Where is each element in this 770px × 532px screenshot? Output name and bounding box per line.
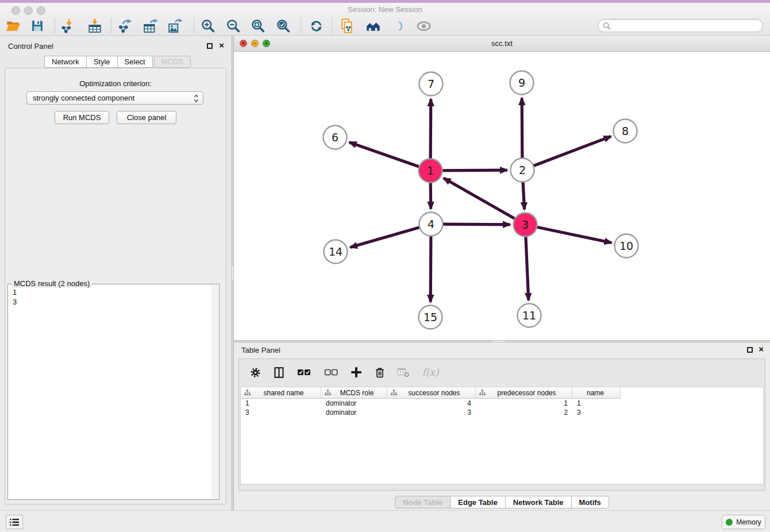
search-icon xyxy=(603,22,611,30)
import-table-button[interactable] xyxy=(86,17,103,34)
gear-icon xyxy=(249,367,261,379)
export-image-button[interactable] xyxy=(167,17,184,34)
export-table-button[interactable] xyxy=(142,17,159,34)
zoom-fit-button[interactable] xyxy=(249,17,267,34)
zoom-in-button[interactable] xyxy=(199,17,217,34)
table-cell-mcds_role[interactable]: dominator xyxy=(321,399,387,407)
list-icon xyxy=(9,518,20,527)
delete-column-button[interactable] xyxy=(373,365,387,379)
search-input[interactable] xyxy=(611,21,763,30)
table-toolbar: f(x) xyxy=(239,359,765,385)
node-table[interactable]: shared name MCDS role successor nodes pr… xyxy=(240,387,764,484)
table-row[interactable]: 1dominator411 xyxy=(241,399,763,408)
graph-node-7[interactable]: 7 xyxy=(419,72,443,96)
network-view-window: × − + scc.txt 1234678910111415 xyxy=(234,36,770,340)
graph-node-6[interactable]: 6 xyxy=(324,126,347,149)
table-panel: Table Panel × xyxy=(234,342,770,510)
graph-node-1[interactable]: 1 xyxy=(419,159,442,183)
float-panel-icon[interactable] xyxy=(747,347,753,353)
mcds-result-group: MCDS result (2 nodes) 1 3 xyxy=(7,284,220,500)
deselect-all-columns-button[interactable] xyxy=(322,365,340,379)
graph-node-11[interactable]: 11 xyxy=(518,304,541,327)
graph-node-10[interactable]: 10 xyxy=(615,234,638,258)
memory-button[interactable]: Memory xyxy=(722,515,765,529)
table-cell-predecessor_nodes[interactable]: 2 xyxy=(476,408,572,417)
table-cell-successor_nodes[interactable]: 4 xyxy=(387,399,476,407)
toolbar-search[interactable] xyxy=(598,19,763,32)
apply-layout-button[interactable] xyxy=(307,17,325,34)
import-network-icon xyxy=(60,18,75,33)
graph-edge-3-10 xyxy=(525,225,611,243)
delete-table-button[interactable] xyxy=(396,365,410,379)
table-cell-mcds_role[interactable]: dominator xyxy=(321,408,387,417)
export-network-icon xyxy=(118,18,133,33)
network-from-selection-button[interactable] xyxy=(338,17,356,34)
table-tabs: Node Table Edge Table Network Table Moti… xyxy=(234,496,770,508)
graph-node-14[interactable]: 14 xyxy=(324,240,348,264)
column-header-name[interactable]: name xyxy=(572,387,621,398)
zoom-selected-icon xyxy=(276,18,291,33)
result-scrollbar[interactable] xyxy=(212,285,218,499)
table-cell-predecessor_nodes[interactable]: 1 xyxy=(476,399,572,407)
column-header-predecessor-nodes[interactable]: predecessor nodes xyxy=(476,387,572,398)
tab-mcds[interactable]: MCDS xyxy=(154,56,191,68)
graph-node-3[interactable]: 3 xyxy=(514,213,537,237)
level-of-detail-button[interactable] xyxy=(389,17,406,34)
show-columns-button[interactable] xyxy=(272,365,286,379)
export-image-icon xyxy=(168,18,183,33)
svg-text:11: 11 xyxy=(522,309,536,322)
close-panel-button[interactable]: Close panel xyxy=(117,111,176,124)
tab-node-table[interactable]: Node Table xyxy=(395,496,451,508)
zoom-out-button[interactable] xyxy=(225,17,242,34)
criterion-dropdown[interactable]: strongly connected component xyxy=(26,91,203,105)
show-hide-panel-button[interactable] xyxy=(415,17,432,34)
toolbar-separator xyxy=(55,18,55,33)
import-network-button[interactable] xyxy=(59,17,76,34)
run-mcds-button[interactable]: Run MCDS xyxy=(55,111,109,124)
tab-network-table[interactable]: Network Table xyxy=(505,496,572,508)
svg-text:3: 3 xyxy=(522,218,529,231)
add-column-button[interactable] xyxy=(349,365,363,379)
memory-indicator xyxy=(726,519,733,526)
table-cell-shared_name[interactable]: 3 xyxy=(241,408,321,417)
float-panel-icon[interactable] xyxy=(207,43,213,49)
column-header-shared-name[interactable]: shared name xyxy=(241,387,321,398)
close-panel-icon[interactable]: × xyxy=(219,40,224,51)
export-table-icon xyxy=(143,18,158,33)
table-settings-button[interactable] xyxy=(248,365,262,379)
trash-icon xyxy=(374,367,386,379)
network-window-title: scc.txt xyxy=(234,39,770,48)
tab-network[interactable]: Network xyxy=(44,56,86,68)
network-window-titlebar[interactable]: × − + scc.txt xyxy=(234,36,770,52)
graph-node-4[interactable]: 4 xyxy=(419,213,443,236)
graph-node-2[interactable]: 2 xyxy=(511,159,534,182)
show-panels-button[interactable] xyxy=(6,515,23,529)
toolbar-separator xyxy=(301,18,301,33)
column-header-mcds-role[interactable]: MCDS role xyxy=(321,387,387,398)
graph-node-15[interactable]: 15 xyxy=(419,306,442,329)
table-row[interactable]: 3dominator323 xyxy=(241,408,763,417)
network-canvas[interactable]: 1234678910111415 xyxy=(234,52,770,340)
save-session-button[interactable] xyxy=(29,17,46,34)
svg-text:6: 6 xyxy=(332,131,338,144)
tab-edge-table[interactable]: Edge Table xyxy=(450,496,505,508)
table-cell-name[interactable]: 1 xyxy=(572,399,621,407)
tab-select[interactable]: Select xyxy=(117,56,153,68)
home-button[interactable] xyxy=(364,17,382,34)
function-builder-button[interactable]: f(x) xyxy=(420,365,441,379)
close-panel-icon[interactable]: × xyxy=(759,344,764,354)
graph-node-9[interactable]: 9 xyxy=(510,71,534,95)
graph-node-8[interactable]: 8 xyxy=(614,119,637,143)
tab-motifs[interactable]: Motifs xyxy=(571,496,609,508)
select-all-columns-button[interactable] xyxy=(295,365,313,379)
table-body: 1dominator4113dominator323 xyxy=(241,399,763,417)
table-cell-name[interactable]: 3 xyxy=(572,408,621,417)
column-header-successor-nodes[interactable]: successor nodes xyxy=(387,387,476,398)
export-network-button[interactable] xyxy=(117,17,134,34)
open-file-button[interactable] xyxy=(5,17,22,34)
table-cell-shared_name[interactable]: 1 xyxy=(241,399,321,407)
mcds-result-list[interactable]: 1 3 xyxy=(9,286,211,499)
table-cell-successor_nodes[interactable]: 3 xyxy=(387,408,476,417)
tab-style[interactable]: Style xyxy=(86,56,117,68)
zoom-selected-button[interactable] xyxy=(275,17,292,34)
